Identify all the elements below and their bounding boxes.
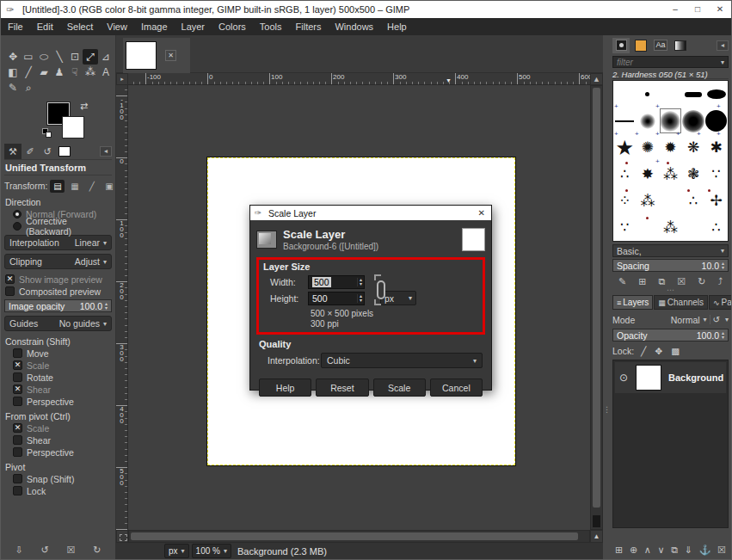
color-picker-tool[interactable]: ✎ bbox=[5, 80, 21, 95]
mode-switch-icon[interactable]: ↺ bbox=[713, 315, 720, 324]
brush-item[interactable]: ⁂ bbox=[659, 161, 682, 188]
constrain-scale-checkbox[interactable]: Scale bbox=[13, 360, 112, 371]
dialog-close-icon[interactable]: ✕ bbox=[478, 208, 485, 218]
cancel-button[interactable]: Cancel bbox=[430, 378, 483, 397]
chevron-down-icon[interactable]: ▾ bbox=[725, 316, 729, 323]
dock-drag-handle[interactable]: ⋯ bbox=[612, 288, 729, 294]
brush-list[interactable]: ★✺✹❋✱∴✸⁂❃∵⁘⁂∴✢∵⁂∴ ++++++++++ bbox=[612, 80, 729, 242]
tab-paths[interactable]: ∿ Paths bbox=[709, 295, 732, 310]
spacing-slider[interactable]: Spacing 10.0 ▴▾ bbox=[612, 259, 729, 272]
zoom-follow-window-icon[interactable]: ▲ bbox=[590, 73, 603, 85]
height-field[interactable]: 500 ▴▾ bbox=[308, 292, 365, 305]
open-brush-as-image-icon[interactable]: ⤴ bbox=[717, 276, 723, 286]
brush-item[interactable]: ❃ bbox=[682, 161, 705, 188]
brush-item[interactable]: ★ bbox=[613, 134, 637, 161]
vertical-scrollbar[interactable] bbox=[590, 85, 603, 530]
lock-pixels-icon[interactable]: ╱ bbox=[641, 346, 646, 356]
brush-item[interactable] bbox=[682, 81, 705, 108]
eraser-tool[interactable]: ▰ bbox=[36, 65, 52, 80]
brush-item[interactable]: ∴ bbox=[704, 214, 728, 241]
transform-path-button[interactable]: ╱ bbox=[84, 180, 99, 193]
menu-select[interactable]: Select bbox=[60, 18, 101, 35]
tab-fonts[interactable]: Aa bbox=[652, 38, 669, 53]
clone-tool[interactable]: ♟ bbox=[52, 65, 67, 80]
restore-tool-preset-icon[interactable]: ↺ bbox=[41, 545, 49, 556]
direction-corrective-radio[interactable]: Corrective (Backward) bbox=[13, 220, 112, 231]
anchor-layer-icon[interactable]: ⚓ bbox=[699, 545, 711, 556]
help-button[interactable]: Help bbox=[259, 378, 311, 397]
brush-item[interactable] bbox=[682, 214, 705, 241]
delete-layer-icon[interactable]: ☒ bbox=[717, 545, 726, 556]
refresh-brushes-icon[interactable]: ↻ bbox=[698, 276, 705, 287]
navigation-preview-icon[interactable]: ▲ bbox=[590, 530, 603, 543]
tab-undo-history[interactable]: ↺ bbox=[39, 144, 56, 159]
zoom-tool[interactable]: ⌕ bbox=[21, 80, 36, 95]
brush-item[interactable]: ∵ bbox=[613, 214, 637, 241]
width-field[interactable]: 500 ▴▾ bbox=[308, 275, 365, 289]
pivot-perspective-checkbox[interactable]: Perspective bbox=[13, 446, 112, 458]
pivot-lock-checkbox[interactable]: Lock bbox=[13, 485, 112, 496]
brush-item[interactable]: ∵ bbox=[704, 161, 728, 188]
bucket-fill-tool[interactable]: ◧ bbox=[5, 65, 21, 80]
lower-layer-icon[interactable]: ∨ bbox=[658, 545, 665, 556]
layer-mode-dropdown[interactable]: Normal ▾ bbox=[671, 315, 707, 325]
brush-item[interactable]: ∴ bbox=[682, 188, 705, 214]
menu-image[interactable]: Image bbox=[134, 18, 175, 35]
lock-alpha-icon[interactable]: ▩ bbox=[671, 346, 680, 356]
menu-help[interactable]: Help bbox=[380, 18, 414, 35]
spinner-icon[interactable]: ▴▾ bbox=[357, 294, 364, 303]
reset-tool-options-icon[interactable]: ↻ bbox=[93, 545, 101, 556]
collapse-dock-icon[interactable]: ◂ bbox=[100, 146, 112, 157]
pivot-shear-checkbox[interactable]: Shear bbox=[13, 434, 112, 446]
save-tool-preset-icon[interactable]: ⇩ bbox=[15, 545, 22, 556]
tab-brushes[interactable] bbox=[612, 38, 630, 53]
constrain-perspective-checkbox[interactable]: Perspective bbox=[13, 396, 112, 407]
merge-down-icon[interactable]: ⇓ bbox=[685, 545, 692, 556]
spinner-icon[interactable]: ▴▾ bbox=[722, 331, 724, 340]
text-tool[interactable]: A bbox=[98, 65, 114, 80]
lock-position-icon[interactable]: ✥ bbox=[655, 346, 662, 356]
paintbrush-tool[interactable]: ╱ bbox=[21, 65, 36, 80]
crop-tool[interactable]: ⊡ bbox=[67, 49, 83, 65]
brush-item[interactable]: ⁂ bbox=[637, 188, 660, 214]
spinner-icon[interactable]: ▴▾ bbox=[722, 262, 724, 270]
quick-mask-toggle-icon[interactable] bbox=[116, 530, 128, 543]
brush-item[interactable]: ⁂ bbox=[659, 214, 682, 241]
transform-layer-button[interactable]: ▤ bbox=[50, 180, 65, 193]
brush-set-dropdown[interactable]: Basic, ▾ bbox=[612, 244, 729, 257]
spinner-icon[interactable]: ▴▾ bbox=[357, 278, 364, 286]
unit-dropdown[interactable]: px ▾ bbox=[164, 544, 189, 558]
handle-transform-tool[interactable]: ⊿ bbox=[98, 49, 114, 65]
interpolation-dropdown[interactable]: Cubic ▾ bbox=[321, 353, 483, 368]
brush-item[interactable] bbox=[659, 188, 682, 214]
minimize-button[interactable]: – bbox=[664, 1, 686, 18]
composited-preview-checkbox[interactable]: Composited preview bbox=[5, 286, 112, 297]
menu-filters[interactable]: Filters bbox=[289, 18, 329, 35]
brush-filter-input[interactable]: filter ▾ bbox=[612, 56, 729, 68]
dialog-titlebar[interactable]: ✑ Scale Layer ✕ bbox=[250, 206, 491, 220]
smudge-tool[interactable]: ☟ bbox=[67, 65, 83, 80]
close-button[interactable]: ✕ bbox=[709, 1, 731, 18]
brush-item[interactable]: ❋ bbox=[682, 134, 705, 161]
duplicate-layer-icon[interactable]: ⧉ bbox=[671, 545, 678, 556]
default-colors-icon[interactable] bbox=[42, 128, 52, 138]
menu-view[interactable]: View bbox=[100, 18, 134, 35]
horizontal-ruler[interactable]: -1000100200300400500600 ▼ bbox=[128, 73, 590, 85]
spinner-icon[interactable]: ▴▾ bbox=[105, 302, 108, 311]
tab-layers[interactable]: ≡ Layers bbox=[612, 295, 653, 310]
tab-tool-options[interactable]: ⚒ bbox=[4, 144, 22, 159]
new-layer-group-icon[interactable]: ⊕ bbox=[630, 545, 637, 556]
layer-thumbnail[interactable] bbox=[636, 365, 661, 391]
constrain-shear-checkbox[interactable]: Shear bbox=[13, 384, 112, 395]
constrain-rotate-checkbox[interactable]: Rotate bbox=[13, 372, 112, 383]
new-brush-icon[interactable]: ⊞ bbox=[638, 276, 646, 287]
constrain-move-checkbox[interactable]: Move bbox=[13, 348, 112, 359]
zoom-dropdown[interactable]: 100 % ▾ bbox=[192, 544, 231, 558]
new-layer-icon[interactable]: ⊞ bbox=[615, 545, 623, 556]
transform-selection-button[interactable]: ▦ bbox=[67, 180, 82, 193]
brush-item[interactable]: ∴ bbox=[613, 161, 637, 188]
rectangle-select-tool[interactable]: ▭ bbox=[21, 49, 36, 65]
unit-dropdown[interactable]: px ▾ bbox=[380, 291, 416, 305]
chain-link-icon[interactable] bbox=[377, 280, 385, 299]
tab-device-status[interactable]: ✐ bbox=[22, 144, 39, 159]
